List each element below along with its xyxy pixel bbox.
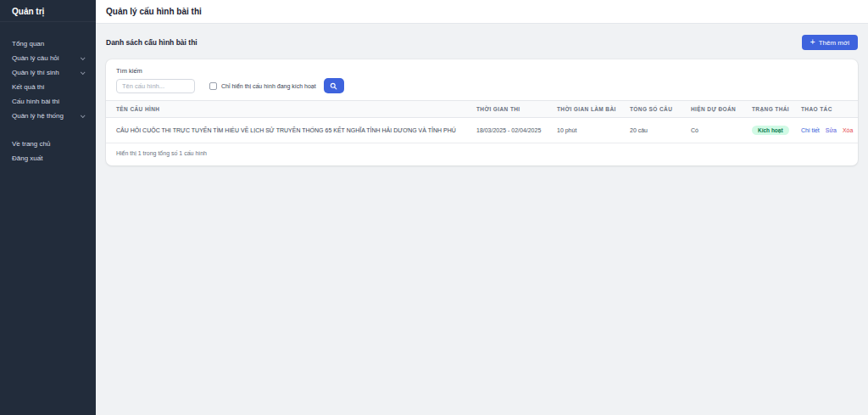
- sidebar-item-label: Quản lý hệ thống: [12, 112, 64, 120]
- col-header-thao-tac: THAO TÁC: [791, 101, 858, 118]
- col-header-trang-thai: TRẠNG THÁI: [742, 101, 791, 118]
- section-header: Danh sách cấu hình bài thi + Thêm mới: [106, 24, 858, 50]
- sidebar-item-quan-ly-cau-hoi[interactable]: Quản lý câu hỏi: [0, 51, 96, 65]
- plus-icon: +: [810, 38, 815, 47]
- cell-duration: 10 phút: [547, 118, 620, 143]
- add-new-button[interactable]: + Thêm mới: [802, 35, 858, 50]
- main-area: Quản lý cấu hình bài thi Danh sách cấu h…: [96, 0, 868, 415]
- cell-total-questions: 20 câu: [620, 118, 681, 143]
- cell-status: Kích hoạt: [742, 118, 791, 143]
- search-input[interactable]: [116, 79, 195, 93]
- add-new-button-label: Thêm mới: [819, 39, 849, 47]
- col-header-tong-so-cau: TỔNG SỐ CÂU: [620, 101, 681, 118]
- sidebar-item-label: Quản lý thí sinh: [12, 69, 59, 76]
- sidebar-item-dang-xuat[interactable]: Đăng xuất: [0, 151, 96, 165]
- section-title: Danh sách cấu hình bài thi: [106, 38, 198, 47]
- chevron-down-icon: [81, 70, 86, 75]
- search-label: Tìm kiếm: [116, 67, 848, 75]
- detail-link[interactable]: Chi tiết: [801, 127, 820, 133]
- col-header-thoi-gian-thi: THỜI GIAN THI: [466, 101, 547, 118]
- cell-actions: Chi tiết Sửa Xóa: [791, 118, 858, 143]
- sidebar-title: Quản trị: [0, 0, 96, 22]
- sidebar-item-ve-trang-chu[interactable]: Về trang chủ: [0, 137, 96, 151]
- sidebar: Quản trị Tổng quan Quản lý câu hỏi Quản …: [0, 0, 96, 415]
- sidebar-item-quan-ly-thi-sinh[interactable]: Quản lý thí sinh: [0, 65, 96, 80]
- sidebar-item-cau-hinh-bai-thi[interactable]: Cấu hình bài thi: [0, 94, 96, 109]
- sidebar-item-label: Quản lý câu hỏi: [12, 54, 59, 62]
- search-area: Tìm kiếm Chỉ hiển thị cấu hình đang kích…: [106, 59, 858, 100]
- cell-config-name: CÂU HỎI CUỘC THI TRỰC TUYẾN TÌM HIỂU VỀ …: [106, 118, 466, 143]
- col-header-hien-du-doan: HIỆN DỰ ĐOÁN: [681, 101, 742, 118]
- col-header-ten-cau-hinh: TÊN CẤU HÌNH: [106, 101, 466, 118]
- top-header: Quản lý cấu hình bài thi: [96, 0, 868, 24]
- table-row: CÂU HỎI CUỘC THI TRỰC TUYẾN TÌM HIỂU VỀ …: [106, 118, 858, 143]
- config-table: TÊN CẤU HÌNH THỜI GIAN THI THỜI GIAN LÀM…: [106, 100, 858, 143]
- sidebar-item-label: Cấu hình bài thi: [12, 98, 59, 105]
- content-area: Danh sách cấu hình bài thi + Thêm mới Tì…: [96, 24, 868, 415]
- col-header-thoi-gian-lam-bai: THỜI GIAN LÀM BÀI: [547, 101, 620, 118]
- search-icon: [330, 82, 337, 90]
- chevron-down-icon: [81, 55, 86, 60]
- search-button[interactable]: [324, 78, 344, 93]
- edit-link[interactable]: Sửa: [826, 127, 837, 133]
- sidebar-item-tong-quan[interactable]: Tổng quan: [0, 36, 96, 51]
- search-controls: Chỉ hiển thị cấu hình đang kích hoạt: [116, 78, 848, 93]
- delete-link[interactable]: Xóa: [843, 127, 853, 133]
- sidebar-item-label: Đăng xuất: [12, 154, 42, 162]
- sidebar-nav: Tổng quan Quản lý câu hỏi Quản lý thí si…: [0, 36, 96, 123]
- sidebar-item-ket-qua-thi[interactable]: Kết quả thi: [0, 80, 96, 94]
- sidebar-footer-nav: Về trang chủ Đăng xuất: [0, 137, 96, 165]
- table-footer-summary: Hiển thị 1 trong tổng số 1 cấu hình: [106, 143, 858, 165]
- sidebar-item-label: Tổng quan: [12, 40, 44, 48]
- active-only-checkbox-label[interactable]: Chỉ hiển thị cấu hình đang kích hoạt: [221, 83, 316, 89]
- sidebar-item-quan-ly-he-thong[interactable]: Quản lý hệ thống: [0, 109, 96, 123]
- table-header-row: TÊN CẤU HÌNH THỜI GIAN THI THỜI GIAN LÀM…: [106, 101, 858, 118]
- page-title: Quản lý cấu hình bài thi: [106, 7, 202, 16]
- status-badge: Kích hoạt: [752, 126, 789, 135]
- chevron-down-icon: [81, 113, 86, 118]
- cell-show-prediction: Có: [681, 118, 742, 143]
- sidebar-item-label: Kết quả thi: [12, 83, 44, 91]
- cell-exam-time: 18/03/2025 - 02/04/2025: [466, 118, 547, 143]
- config-list-card: Tìm kiếm Chỉ hiển thị cấu hình đang kích…: [106, 59, 858, 165]
- active-only-checkbox[interactable]: [209, 82, 217, 90]
- sidebar-item-label: Về trang chủ: [12, 140, 50, 148]
